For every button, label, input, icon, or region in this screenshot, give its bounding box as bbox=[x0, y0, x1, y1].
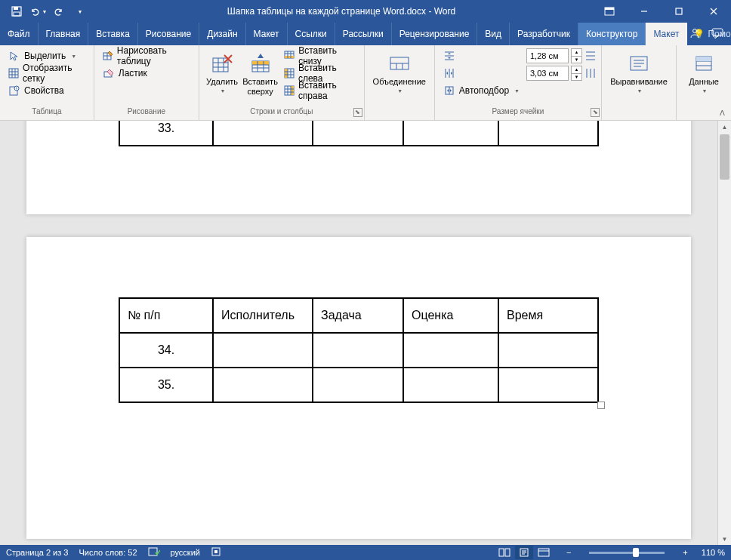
share-icon[interactable] bbox=[689, 27, 701, 42]
document-scroll[interactable]: 33. № п/п Исполнитель Задача Оценка Врем… bbox=[0, 121, 717, 545]
minimize-button[interactable] bbox=[627, 0, 662, 23]
zoom-out-button[interactable]: − bbox=[563, 548, 574, 557]
insert-above-button[interactable]: Вставить сверху bbox=[240, 48, 280, 100]
document-table-page1[interactable]: 33. bbox=[119, 121, 599, 146]
insert-left-button[interactable]: Вставить слева bbox=[280, 65, 359, 82]
zoom-in-button[interactable]: + bbox=[680, 548, 690, 557]
autofit-label: Автоподбор bbox=[459, 85, 509, 96]
table-header-row: № п/п Исполнитель Задача Оценка Время bbox=[119, 298, 598, 333]
merge-icon bbox=[387, 51, 412, 75]
tab-insert[interactable]: Вставка bbox=[88, 23, 138, 45]
table-row: 34. bbox=[119, 333, 598, 368]
save-button[interactable] bbox=[6, 0, 27, 23]
row-height-spinner[interactable]: ▲▼ bbox=[571, 48, 582, 63]
tab-review[interactable]: Рецензирование bbox=[392, 23, 478, 45]
scroll-thumb[interactable] bbox=[720, 134, 729, 180]
row-number[interactable]: 33. bbox=[119, 121, 213, 146]
tab-draw[interactable]: Рисование bbox=[138, 23, 199, 45]
tab-design[interactable]: Дизайн bbox=[199, 23, 245, 45]
svg-rect-78 bbox=[696, 57, 711, 61]
qat-customize[interactable]: ▾ bbox=[69, 0, 91, 23]
table-row: 33. bbox=[119, 121, 598, 146]
scroll-down-button[interactable]: ▼ bbox=[718, 533, 731, 545]
undo-button[interactable]: ▼ bbox=[27, 0, 48, 23]
distribute-cols-icon bbox=[443, 67, 455, 79]
document-table-page2[interactable]: № п/п Исполнитель Задача Оценка Время 34… bbox=[119, 297, 599, 403]
merge-label: Объединение bbox=[373, 77, 426, 87]
read-mode-button[interactable] bbox=[495, 546, 514, 559]
tab-layout[interactable]: Макет bbox=[246, 23, 288, 45]
alignment-icon bbox=[627, 51, 651, 75]
select-button[interactable]: Выделить ▼ bbox=[5, 48, 89, 64]
delete-button[interactable]: Удалить ▼ bbox=[204, 48, 240, 99]
insert-below-button[interactable]: Вставить снизу bbox=[280, 48, 359, 64]
tab-file[interactable]: Файл bbox=[0, 23, 39, 45]
tab-mailings[interactable]: Рассылки bbox=[335, 23, 392, 45]
close-button[interactable] bbox=[696, 0, 731, 23]
tab-table-design[interactable]: Конструктор bbox=[578, 23, 646, 45]
distribute-rows-icon-2[interactable] bbox=[584, 50, 597, 62]
web-layout-button[interactable] bbox=[535, 546, 553, 559]
insert-left-icon bbox=[284, 67, 295, 79]
ribbon-display-options[interactable] bbox=[592, 0, 627, 23]
gridlines-icon bbox=[8, 67, 19, 79]
properties-button[interactable]: Свойства bbox=[5, 82, 89, 99]
distribute-cols-button[interactable] bbox=[440, 65, 523, 82]
macro-indicator[interactable] bbox=[211, 546, 221, 558]
row-number[interactable]: 34. bbox=[119, 333, 213, 368]
tab-references[interactable]: Ссылки bbox=[288, 23, 335, 45]
maximize-button[interactable] bbox=[662, 0, 696, 23]
row-number[interactable]: 35. bbox=[119, 368, 213, 402]
vertical-scrollbar[interactable]: ▲ ▼ bbox=[717, 121, 731, 545]
group-rowscols-label: Строки и столбцы⬊ bbox=[199, 107, 364, 120]
properties-icon bbox=[8, 85, 20, 97]
data-icon bbox=[692, 51, 716, 75]
tab-view[interactable]: Вид bbox=[477, 23, 510, 45]
distribute-cols-icon-2[interactable] bbox=[584, 67, 597, 79]
zoom-thumb[interactable] bbox=[633, 548, 639, 557]
header-estimate[interactable]: Оценка bbox=[403, 298, 498, 333]
col-width-spinner[interactable]: ▲▼ bbox=[571, 66, 582, 81]
print-layout-button[interactable] bbox=[515, 546, 533, 559]
scroll-up-button[interactable]: ▲ bbox=[718, 121, 731, 133]
header-performer[interactable]: Исполнитель bbox=[213, 298, 313, 333]
zoom-level[interactable]: 110 % bbox=[702, 548, 725, 557]
gridlines-label: Отобразить сетку bbox=[23, 63, 85, 84]
rowscols-dialog-launcher[interactable]: ⬊ bbox=[353, 108, 362, 117]
header-time[interactable]: Время bbox=[498, 298, 598, 333]
view-gridlines-button[interactable]: Отобразить сетку bbox=[5, 65, 89, 82]
page-1: 33. bbox=[26, 121, 691, 214]
draw-table-button[interactable]: Нарисовать таблицу bbox=[99, 48, 194, 64]
alignment-button[interactable]: Выравнивание ▼ bbox=[606, 48, 671, 99]
delete-label: Удалить bbox=[206, 77, 238, 87]
merge-button[interactable]: Объединение ▼ bbox=[369, 48, 430, 99]
tab-developer[interactable]: Разработчик bbox=[510, 23, 578, 45]
language-indicator[interactable]: русский bbox=[171, 548, 200, 557]
eraser-button[interactable]: Ластик bbox=[99, 65, 194, 82]
svg-rect-79 bbox=[149, 548, 157, 555]
comments-icon[interactable] bbox=[711, 27, 725, 42]
data-button[interactable]: Данные ▼ bbox=[681, 48, 726, 99]
spellcheck-icon[interactable] bbox=[148, 546, 160, 558]
redo-button[interactable] bbox=[48, 0, 69, 23]
word-count[interactable]: Число слов: 52 bbox=[79, 548, 137, 557]
header-task[interactable]: Задача bbox=[313, 298, 403, 333]
zoom-slider[interactable] bbox=[589, 552, 665, 554]
autofit-icon bbox=[443, 85, 455, 97]
tab-home[interactable]: Главная bbox=[39, 23, 89, 45]
autofit-button[interactable]: Автоподбор ▼ bbox=[440, 82, 523, 99]
page-indicator[interactable]: Страница 2 из 3 bbox=[6, 548, 68, 557]
header-number[interactable]: № п/п bbox=[119, 298, 213, 333]
collapse-ribbon-button[interactable]: ᐱ bbox=[717, 107, 728, 118]
insert-right-button[interactable]: Вставить справа bbox=[280, 82, 359, 99]
svg-rect-42 bbox=[285, 69, 288, 78]
page-2: № п/п Исполнитель Задача Оценка Время 34… bbox=[26, 237, 691, 539]
distribute-rows-button[interactable] bbox=[440, 48, 523, 64]
table-resize-handle[interactable] bbox=[597, 402, 605, 409]
group-table: Выделить ▼ Отобразить сетку Свойства Таб… bbox=[0, 45, 94, 120]
insert-below-icon bbox=[284, 50, 295, 62]
tab-table-layout[interactable]: Макет bbox=[646, 23, 687, 45]
row-height-input[interactable] bbox=[526, 48, 569, 63]
cellsize-dialog-launcher[interactable]: ⬊ bbox=[591, 108, 600, 117]
col-width-input[interactable] bbox=[526, 66, 569, 81]
